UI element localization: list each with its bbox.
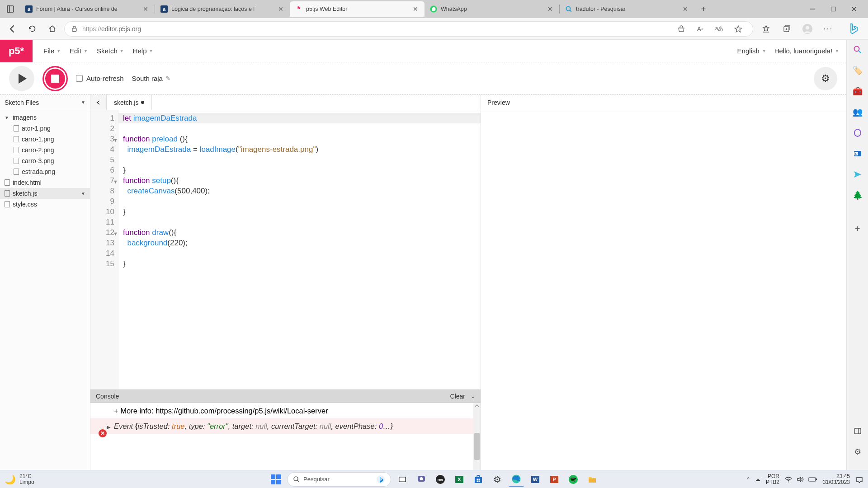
taskbar-edge-icon[interactable]: [509, 472, 524, 487]
url-field[interactable]: https://editor.p5js.org A» aあ: [64, 21, 753, 37]
file-row[interactable]: style.css: [0, 199, 90, 210]
browser-tab[interactable]: *p5.js Web Editor✕: [290, 1, 425, 17]
collections-icon[interactable]: [778, 21, 795, 37]
file-row[interactable]: carro-2.png: [0, 145, 90, 155]
file-row[interactable]: carro-3.png: [0, 155, 90, 166]
bing-sidebar-button[interactable]: [844, 19, 863, 39]
tray-chevron-icon[interactable]: ⌃: [746, 476, 750, 483]
taskbar-excel-icon[interactable]: X: [452, 472, 467, 487]
chevron-down-icon[interactable]: ▼: [81, 191, 85, 196]
taskbar-search[interactable]: Pesquisar: [287, 472, 391, 487]
editor-tab-sketch[interactable]: sketch.js: [107, 95, 152, 110]
browser-tab[interactable]: WhatsApp✕: [425, 1, 559, 17]
weather-widget[interactable]: 🌙 21°CLimpo: [5, 474, 34, 485]
minimize-button[interactable]: [802, 2, 823, 16]
sidebar-tree-icon[interactable]: 🌲: [851, 189, 864, 202]
collapse-files-button[interactable]: [90, 95, 107, 110]
start-button[interactable]: [268, 472, 283, 487]
sidebar-coupon-icon[interactable]: 🏷️: [851, 64, 864, 77]
home-button[interactable]: [44, 21, 60, 37]
expand-triangle-icon[interactable]: ▶: [107, 422, 110, 432]
code-editor[interactable]: 123▼4567▼89101112▼131415 let imagemDaEst…: [90, 110, 481, 389]
settings-button[interactable]: ⚙: [814, 67, 837, 90]
language-indicator[interactable]: PORPTB2: [766, 474, 779, 485]
taskbar-settings-icon[interactable]: ⚙: [490, 472, 505, 487]
back-button[interactable]: [5, 21, 20, 37]
sidebar-outlook-icon[interactable]: O: [851, 147, 864, 160]
tab-close-icon[interactable]: ✕: [412, 5, 419, 13]
sidebar-settings-icon[interactable]: ⚙: [851, 446, 864, 458]
refresh-button[interactable]: [24, 21, 40, 37]
play-button[interactable]: [9, 66, 34, 91]
sidebar-toolbox-icon[interactable]: 🧰: [851, 85, 864, 98]
favorites-list-icon[interactable]: [758, 21, 774, 37]
file-row[interactable]: ator-1.png: [0, 123, 90, 134]
language-selector[interactable]: English▼: [737, 47, 766, 55]
folder-row[interactable]: ▼imagens: [0, 112, 90, 123]
url-text: https://editor.p5js.org: [82, 25, 669, 33]
favorite-star-icon[interactable]: [730, 21, 746, 37]
tab-close-icon[interactable]: ✕: [547, 5, 554, 13]
stop-button[interactable]: [42, 66, 68, 91]
tray-wifi-icon[interactable]: [785, 476, 792, 483]
file-row[interactable]: sketch.js▼: [0, 188, 90, 199]
console-clear-button[interactable]: Clear: [450, 393, 465, 400]
menu-edit[interactable]: Edit▼: [65, 44, 92, 57]
sidebar-add-icon[interactable]: +: [851, 222, 864, 235]
tab-close-icon[interactable]: ✕: [682, 5, 689, 13]
tray-battery-icon[interactable]: [808, 477, 817, 482]
system-tray[interactable]: ⌃ ☁: [746, 476, 760, 483]
tab-actions-icon[interactable]: [4, 2, 17, 16]
new-tab-button[interactable]: +: [696, 2, 711, 16]
clock[interactable]: 23:4531/03/2023: [823, 474, 850, 485]
browser-tab[interactable]: aFórum | Alura - Cursos online de✕: [20, 1, 155, 17]
browser-tab[interactable]: aLógica de programação: laços e l✕: [155, 1, 290, 17]
taskbar-powerpoint-icon[interactable]: P: [547, 472, 562, 487]
taskbar-word-icon[interactable]: W: [528, 472, 543, 487]
tray-volume-icon[interactable]: [797, 476, 804, 483]
sidebar-m365-icon[interactable]: [851, 127, 864, 139]
menubar: p5* File▼Edit▼Sketch▼Help▼ English▼ Hell…: [0, 40, 846, 62]
svg-point-50: [788, 481, 789, 482]
chevron-down-icon[interactable]: ⌄: [471, 393, 475, 399]
favicon: [430, 5, 437, 13]
taskbar-spotify-icon[interactable]: [566, 472, 581, 487]
menu-sketch[interactable]: Sketch▼: [92, 44, 128, 57]
maximize-button[interactable]: [823, 2, 844, 16]
taskbar-explorer-icon[interactable]: [585, 472, 600, 487]
sidebar-toggle-icon[interactable]: [851, 425, 864, 437]
taskbar-chat-icon[interactable]: [414, 472, 429, 487]
tab-close-icon[interactable]: ✕: [277, 5, 284, 13]
text-size-icon[interactable]: A»: [692, 21, 708, 37]
file-row[interactable]: index.html: [0, 177, 90, 188]
auto-refresh-toggle[interactable]: Auto-refresh: [76, 75, 124, 82]
profile-icon[interactable]: [799, 21, 816, 37]
file-row[interactable]: estrada.png: [0, 166, 90, 177]
user-greeting[interactable]: Hello, luanoriguela!▼: [774, 47, 839, 55]
menu-help[interactable]: Help▼: [128, 44, 158, 57]
close-window-button[interactable]: [844, 2, 864, 16]
browser-tab[interactable]: tradutor - Pesquisar✕: [560, 1, 694, 17]
shopping-icon[interactable]: [673, 21, 689, 37]
read-aloud-icon[interactable]: aあ: [711, 21, 727, 37]
svg-point-7: [566, 7, 571, 11]
sketch-name[interactable]: South raja ✎: [132, 75, 170, 82]
console-body[interactable]: + More info: https://github.com/processi…: [90, 403, 481, 470]
p5-logo[interactable]: p5*: [0, 40, 33, 62]
console-scrollbar[interactable]: [473, 403, 481, 470]
tray-onedrive-icon[interactable]: ☁: [755, 476, 760, 483]
chevron-down-icon[interactable]: ▼: [81, 100, 85, 105]
sidebar-people-icon[interactable]: 👥: [851, 106, 864, 118]
sidebar-send-icon[interactable]: [851, 168, 864, 181]
sidebar-search-icon[interactable]: [851, 43, 864, 56]
more-menu-icon[interactable]: ···: [820, 21, 836, 37]
file-row[interactable]: carro-1.png: [0, 134, 90, 145]
taskbar-app-rne[interactable]: rne: [433, 472, 448, 487]
menu-file[interactable]: File▼: [39, 44, 65, 57]
file-icon: [14, 125, 19, 131]
taskbar-store-icon[interactable]: [471, 472, 486, 487]
notifications-icon[interactable]: [855, 475, 863, 483]
taskbar-taskview-icon[interactable]: [395, 472, 410, 487]
site-lock-icon[interactable]: [71, 25, 78, 32]
tab-close-icon[interactable]: ✕: [142, 5, 149, 13]
